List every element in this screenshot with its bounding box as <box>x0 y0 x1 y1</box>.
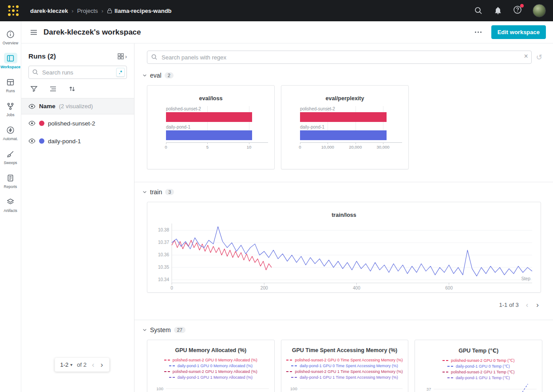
section-eval-header[interactable]: eval 2 <box>134 66 553 80</box>
svg-text:Step: Step <box>521 276 530 281</box>
eye-icon[interactable] <box>28 103 36 110</box>
document-icon <box>6 174 15 182</box>
panel-gpu-temp[interactable]: GPU Temp (℃) polished-sunset-2 GPU 0 Tem… <box>415 340 542 392</box>
prev-panels-button[interactable]: ‹ <box>525 302 529 308</box>
eye-icon[interactable] <box>28 137 36 145</box>
expand-table-button[interactable]: › <box>117 53 127 60</box>
bar-series-label: daily-pond-1 <box>166 124 268 130</box>
x-axis: 010,00020,00030,000 <box>300 142 402 152</box>
panel-gpu-memory-allocated[interactable]: GPU Memory Allocated (%) polished-sunset… <box>147 340 275 392</box>
run-row-daily-pond-1[interactable]: daily-pond-1 <box>21 132 134 150</box>
regex-toggle-button[interactable]: .* <box>116 68 125 77</box>
legend-marker-icon <box>169 365 175 366</box>
rail-item-runs[interactable]: Runs <box>0 74 21 97</box>
notifications-bell-icon[interactable] <box>494 6 502 15</box>
eye-icon[interactable] <box>28 120 36 127</box>
legend-marker-icon <box>447 377 454 378</box>
table-icon <box>6 78 15 86</box>
panel-title: GPU Memory Allocated (%) <box>147 340 274 353</box>
runs-pagination: 1-2 ▾ of 2 ‹ › <box>55 358 109 372</box>
legend-row: daily-pond-1 GPU 1 Temp (℃) <box>419 375 537 380</box>
run-row-polished-sunset-2[interactable]: polished-sunset-2 <box>21 114 134 132</box>
section-train: train 3 train/loss 10.3410.3510.3610.371… <box>134 182 553 313</box>
section-count-badge: 3 <box>165 189 174 195</box>
plot-area: 3736.5 <box>419 385 537 392</box>
column-header-name[interactable]: Name <box>39 103 55 110</box>
app: darek-kleczek › Projects › llama-recipes… <box>0 0 553 392</box>
bar-series-label: polished-sunset-2 <box>166 106 268 112</box>
pagination-label: 1-1 of 3 <box>499 302 519 308</box>
rail-item-automations[interactable]: Automat. <box>0 122 21 145</box>
legend-row: daily-pond-1 GPU 0 Memory Allocated (%) <box>152 363 270 368</box>
clear-search-icon[interactable]: × <box>524 52 528 60</box>
grid-icon <box>117 53 124 60</box>
wandb-logo-icon[interactable] <box>7 5 20 16</box>
left-rail: Overview Workspace Runs Jobs Automat. Sw… <box>0 21 21 392</box>
bar <box>300 130 387 140</box>
group-icon[interactable] <box>49 85 57 93</box>
bar-series-label: polished-sunset-2 <box>300 106 402 112</box>
section-system-header[interactable]: System 27 <box>134 320 553 334</box>
run-color-dot[interactable] <box>39 138 44 144</box>
run-color-dot[interactable] <box>39 121 44 126</box>
page-size-dropdown[interactable]: 1-2 ▾ <box>60 361 72 368</box>
legend-row: polished-sunset-2 GPU 0 Memory Allocated… <box>152 357 270 363</box>
legend-row: polished-sunset-2 GPU 0 Temp (℃) <box>419 357 537 363</box>
legend-marker-icon <box>286 371 292 372</box>
rail-item-reports[interactable]: Reports <box>0 169 21 192</box>
legend-row: polished-sunset-2 GPU 0 Time Spent Acces… <box>286 357 404 363</box>
breadcrumb-user[interactable]: darek-kleczek <box>30 8 68 14</box>
workspace-header: Darek-kleczek's workspace Edit workspace <box>21 21 553 43</box>
runs-table-header: Name (2 visualized) <box>21 98 134 114</box>
filter-funnel-icon[interactable] <box>30 85 38 93</box>
rail-item-workspace[interactable]: Workspace <box>0 50 21 73</box>
run-name[interactable]: daily-pond-1 <box>48 138 81 145</box>
search-runs-input[interactable] <box>28 66 127 79</box>
panel-train-loss[interactable]: train/loss 10.3410.3510.3610.3710.380200… <box>147 202 541 293</box>
menu-hamburger-icon[interactable] <box>29 28 38 37</box>
legend-marker-icon <box>291 365 297 366</box>
panel-eval-perplexity[interactable]: eval/perplexity polished-sunset-2daily-p… <box>281 85 409 169</box>
panel-eval-loss[interactable]: eval/loss polished-sunset-2daily-pond-1 … <box>147 85 275 169</box>
next-page-button[interactable]: › <box>100 362 104 368</box>
legend-marker-icon <box>442 372 449 372</box>
rail-item-overview[interactable]: Overview <box>0 26 21 49</box>
svg-text:600: 600 <box>445 286 453 290</box>
panel-gpu-time-accessing-memory[interactable]: GPU Time Spent Accessing Memory (%) poli… <box>281 340 409 392</box>
legend-marker-icon <box>286 360 292 361</box>
edit-workspace-button[interactable]: Edit workspace <box>491 25 546 39</box>
history-restore-icon[interactable]: ↺ <box>536 53 542 62</box>
avatar[interactable] <box>533 4 546 17</box>
section-train-header[interactable]: train 3 <box>134 182 553 196</box>
page-title: Darek-kleczek's workspace <box>43 28 141 37</box>
svg-text:400: 400 <box>353 286 360 290</box>
search-icon <box>32 69 39 75</box>
bar <box>300 112 387 122</box>
rail-item-artifacts[interactable]: Artifacts <box>0 193 21 216</box>
panel-title: eval/loss <box>147 86 274 102</box>
search-panels-input[interactable] <box>147 51 532 64</box>
bar-series-label: daily-pond-1 <box>300 124 402 130</box>
rail-item-jobs[interactable]: Jobs <box>0 98 21 121</box>
svg-text:0: 0 <box>170 286 173 290</box>
prev-page-button[interactable]: ‹ <box>91 362 95 368</box>
rail-item-sweeps[interactable]: Sweeps <box>0 145 21 169</box>
legend-row: daily-pond-1 GPU 0 Temp (℃) <box>419 363 537 369</box>
sort-icon[interactable] <box>68 85 76 93</box>
breadcrumb-project[interactable]: llama-recipes-wandb <box>115 8 172 14</box>
more-options-icon[interactable] <box>472 29 484 35</box>
breadcrumb-projects[interactable]: Projects <box>77 8 98 14</box>
svg-text:10.38: 10.38 <box>158 227 169 232</box>
legend-row: polished-sunset-2 GPU 1 Time Spent Acces… <box>286 368 404 374</box>
notification-dot <box>520 4 524 8</box>
section-system: System 27 GPU Memory Allocated (%) polis… <box>134 320 553 392</box>
legend-marker-icon <box>291 377 297 378</box>
help-button[interactable] <box>513 5 522 16</box>
legend-marker-icon <box>169 377 175 378</box>
run-name[interactable]: polished-sunset-2 <box>48 120 95 127</box>
next-panels-button[interactable]: › <box>535 302 540 308</box>
panel-title: GPU Temp (℃) <box>415 340 542 354</box>
info-icon <box>6 30 15 39</box>
search-icon[interactable] <box>474 6 483 15</box>
svg-text:200: 200 <box>261 286 268 290</box>
